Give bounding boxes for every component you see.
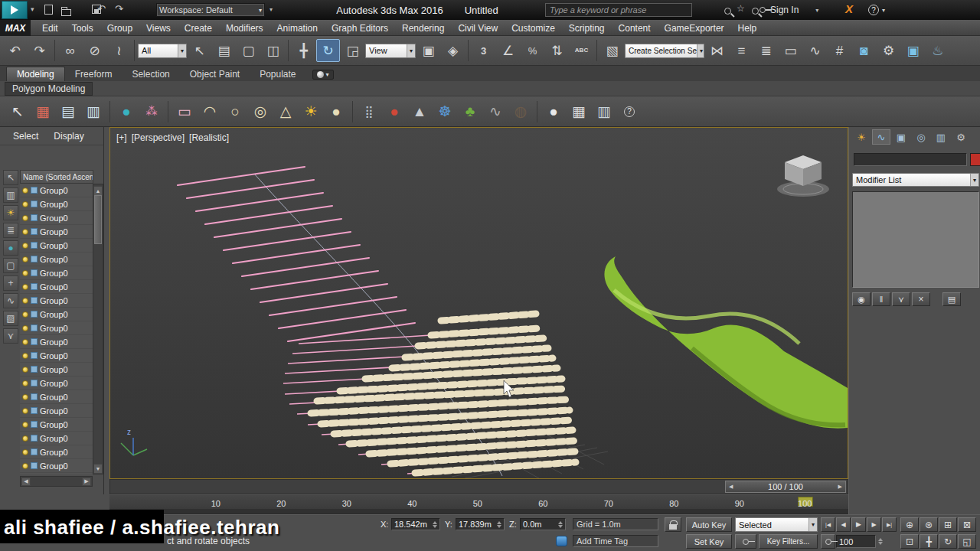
ribbon-toggle-icon[interactable]: ▭ [779, 39, 802, 62]
zoom-extents-button[interactable]: ⊞ [939, 517, 957, 532]
visibility-bulb-icon[interactable] [22, 394, 28, 400]
next-frame-button[interactable]: ▶ [867, 517, 881, 532]
align-icon[interactable]: ≡ [730, 39, 753, 62]
scene-row[interactable]: Group0 [20, 390, 93, 404]
rendered-frame-icon[interactable]: ▣ [901, 39, 925, 62]
hair-icon[interactable]: ∿ [484, 100, 507, 123]
scene-row[interactable]: Group0 [20, 184, 93, 197]
modify-tab[interactable]: ∿ [872, 129, 890, 145]
list-view-icon[interactable]: ▤ [57, 100, 80, 123]
select-move-icon[interactable]: ╋ [292, 39, 315, 62]
utilities-tab[interactable]: ⚙ [952, 129, 970, 145]
angle-snap-icon[interactable]: ∠ [496, 39, 520, 62]
named-selection-set-dropdown[interactable]: Create Selection Se ▾ [625, 44, 704, 58]
maximize-viewport-button[interactable]: ◱ [958, 534, 976, 549]
menu-item[interactable]: Tools [65, 20, 100, 36]
undo-quick-icon[interactable]: ↶ [97, 4, 106, 14]
scene-row[interactable]: Group0 [20, 266, 93, 280]
explorer-materials-icon[interactable]: ● [3, 240, 18, 256]
use-pivot-center-icon[interactable]: ▣ [416, 39, 440, 62]
geosphere-icon[interactable]: ● [542, 100, 565, 123]
tab-populate[interactable]: Populate [250, 67, 305, 81]
menu-item[interactable]: Animation [270, 20, 325, 36]
blob-icon[interactable]: ● [383, 100, 406, 123]
time-tag-icon[interactable] [556, 536, 567, 546]
scene-row[interactable]: Group0 [20, 349, 93, 363]
select-object-icon[interactable]: ↖ [188, 39, 211, 62]
teal-sphere-icon[interactable]: ● [115, 100, 138, 123]
redo-icon[interactable]: ↷ [28, 39, 51, 62]
go-to-end-button[interactable]: ▶| [882, 517, 897, 532]
time-slider[interactable]: ◀ 100 / 100 ▶ [109, 479, 848, 494]
search-box[interactable]: Type a keyword or phrase [545, 3, 692, 17]
scene-row[interactable]: Group0 [20, 363, 93, 377]
explorer-lights-icon[interactable]: ☀ [3, 205, 18, 220]
zoom-region-button[interactable]: ⊡ [900, 534, 919, 549]
visibility-bulb-icon[interactable] [22, 380, 28, 386]
explorer-helpers-icon[interactable]: + [3, 276, 18, 291]
viewport-menu-pov[interactable]: [Perspective] [132, 132, 185, 143]
pyramid-icon[interactable]: ▲ [408, 100, 431, 123]
render-setup-icon[interactable]: ⚙ [877, 39, 900, 62]
plane-primitive-icon[interactable]: ▭ [173, 100, 196, 123]
explorer-layers-icon[interactable]: ≣ [3, 223, 18, 238]
spheres-group-icon[interactable]: ⁂ [140, 100, 163, 123]
scene-row[interactable]: Group0 [20, 225, 93, 239]
z-coordinate-field[interactable]: 0.0m [520, 518, 566, 530]
selection-lock-button[interactable] [665, 517, 681, 532]
search-help-icon[interactable] [752, 8, 759, 15]
favorites-star-icon[interactable]: ☆ [737, 4, 745, 13]
layer-manager-icon[interactable]: ≣ [754, 39, 778, 62]
configure-sets-button[interactable]: ▤ [942, 292, 961, 306]
viewport[interactable]: [+] [Perspective] [Realistic] z [109, 127, 848, 479]
cone-primitive-icon[interactable]: △ [274, 100, 297, 123]
torus-primitive-icon[interactable]: ◎ [249, 100, 272, 123]
visibility-bulb-icon[interactable] [22, 298, 28, 304]
y-coordinate-field[interactable]: 17.839m [456, 518, 505, 530]
selection-filter-dropdown[interactable]: All ▾ [138, 44, 187, 58]
explorer-vscrollbar[interactable]: ▲ ▼ [93, 184, 103, 474]
menu-item[interactable]: Content [612, 20, 658, 36]
window-crossing-icon[interactable]: ◫ [261, 39, 285, 62]
modifier-list-dropdown[interactable]: Modifier List ▾ [852, 173, 979, 187]
visibility-bulb-icon[interactable] [22, 187, 28, 194]
motion-tab[interactable]: ◎ [912, 129, 930, 145]
spinner-snap-icon[interactable]: ⇅ [545, 39, 569, 62]
architecture-icon[interactable]: ▦ [567, 100, 590, 123]
visibility-bulb-icon[interactable] [22, 284, 28, 290]
visibility-bulb-icon[interactable] [22, 215, 28, 221]
tab-modeling[interactable]: Modeling [6, 67, 65, 81]
set-keys-key-button[interactable] [735, 534, 756, 549]
explorer-menu-select[interactable]: Select [6, 128, 45, 144]
zoom-extents-all-button[interactable]: ⊠ [958, 517, 976, 532]
modifier-stack[interactable] [852, 191, 979, 288]
visibility-bulb-icon[interactable] [22, 435, 28, 442]
torus-knot-icon[interactable]: ◍ [509, 100, 532, 123]
visibility-bulb-icon[interactable] [22, 325, 28, 331]
orbit-button[interactable]: ↻ [939, 534, 957, 549]
logo-menu-arrow-icon[interactable]: ▾ [31, 5, 34, 13]
set-key-button[interactable]: Set Key [686, 534, 732, 549]
y-spinner[interactable] [497, 521, 501, 528]
remove-modifier-button[interactable]: × [912, 292, 930, 306]
select-by-name-icon[interactable]: ▤ [212, 39, 236, 62]
max-logo-label[interactable]: MAX [0, 20, 31, 36]
show-end-result-button[interactable]: ‖ [872, 292, 890, 306]
explorer-select-icon[interactable]: ↖ [3, 170, 18, 185]
key-filters-button[interactable]: Key Filters... [759, 534, 818, 549]
percent-snap-icon[interactable]: % [521, 39, 544, 62]
unlink-selection-icon[interactable]: ⊘ [83, 39, 106, 62]
frame-spinner[interactable] [878, 538, 883, 545]
open-file-icon[interactable] [61, 9, 71, 16]
workspace-extra-arrow-icon[interactable]: ▾ [270, 6, 273, 13]
visibility-bulb-icon[interactable] [22, 463, 28, 469]
zoom-all-button[interactable]: ⊛ [920, 517, 938, 532]
visibility-bulb-icon[interactable] [22, 339, 28, 345]
time-slider-handle[interactable]: ◀ 100 / 100 ▶ [725, 481, 846, 493]
circle-primitive-icon[interactable]: ○ [224, 100, 247, 123]
scene-row[interactable]: Group0 [20, 294, 93, 308]
explorer-column-header[interactable]: Name (Sorted Ascend [20, 170, 93, 184]
menu-item[interactable]: GameExporter [658, 20, 731, 36]
create-tab[interactable]: ☀ [852, 129, 871, 145]
search-communities-icon[interactable] [724, 8, 731, 15]
